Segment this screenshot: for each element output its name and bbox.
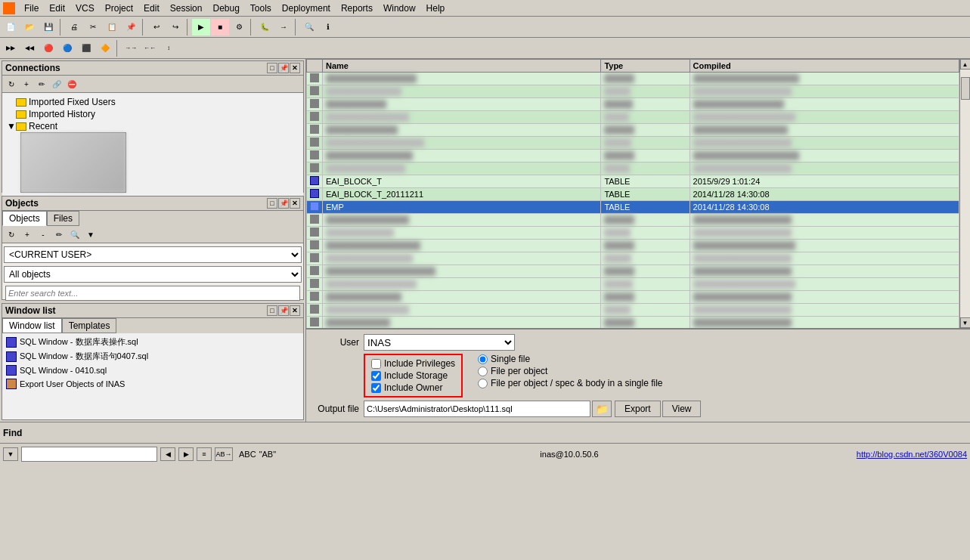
tree-imported-fixed[interactable]: Imported Fixed Users [5, 96, 300, 108]
scroll-down[interactable]: ▼ [960, 317, 971, 328]
menu-tools[interactable]: Tools [246, 2, 276, 15]
stop-btn[interactable]: ■ [211, 19, 229, 36]
table-row[interactable]: blurredname8 TYPE 2014/00/00 00:00:00 [307, 162, 959, 175]
tree-imported-history[interactable]: Imported History [5, 108, 300, 120]
conn-refresh[interactable]: ↻ [4, 77, 19, 91]
save-btn[interactable]: 💾 [39, 19, 57, 36]
table-row[interactable]: EAI_BLOCK_T TABLE 2015/9/29 1:01:24 [307, 175, 959, 188]
table-row[interactable]: blurrname16longer type 2014/00/00 00:00:… [307, 265, 959, 278]
obj-remove[interactable]: - [36, 227, 51, 241]
step-btn[interactable]: → [274, 19, 293, 36]
conn-connect[interactable]: 🔗 [49, 77, 64, 91]
table-row[interactable]: blurrname19 type 2014/00/00 00:00:00 [307, 304, 959, 317]
single-file-radio[interactable] [478, 354, 488, 364]
include-storage-checkbox[interactable] [371, 371, 381, 381]
menu-window[interactable]: Window [379, 2, 420, 15]
tb2-btn3[interactable]: 🔴 [39, 40, 57, 57]
menu-deployment[interactable]: Deployment [277, 2, 335, 15]
scroll-track[interactable] [960, 70, 971, 317]
table-row[interactable]: blurredname4 TYPE 2014/00/00 00:00:00 [307, 111, 959, 124]
copy-btn[interactable]: 📋 [103, 19, 121, 36]
connections-close[interactable]: ✕ [290, 63, 300, 73]
obj-btn[interactable]: 🔍 [300, 19, 318, 36]
conn-disconnect[interactable]: ⛔ [64, 77, 79, 91]
file-per-obj-radio[interactable] [478, 367, 488, 376]
dropdown-btn[interactable]: ▼ [3, 447, 18, 461]
obj-add[interactable]: + [20, 227, 35, 241]
cut-btn[interactable]: ✂ [84, 19, 102, 36]
type-dropdown[interactable]: All objects [4, 266, 302, 283]
menu-vcs[interactable]: VCS [71, 2, 99, 15]
tab-window-list[interactable]: Window list [2, 318, 62, 333]
help-url[interactable]: http://blog.csdn.net/360V0084 [857, 450, 967, 459]
obj-filter[interactable]: ▼ [83, 227, 98, 241]
tb2-btn7[interactable]: →→ [122, 40, 140, 57]
table-row[interactable]: blurrname18 type 2014/00/00 00:00:00 [307, 291, 959, 304]
menu-session[interactable]: Session [166, 2, 207, 15]
run-btn[interactable]: ▶ [192, 19, 210, 36]
browse-button[interactable]: 📁 [592, 401, 612, 417]
table-row[interactable]: blurredname6longer TYPE 2014/00/00 00:00… [307, 137, 959, 150]
table-row[interactable]: blurredname2 TYPE 2014/00/00 00:00:00 [307, 85, 959, 98]
find-next-btn[interactable]: ▶ [178, 447, 194, 461]
table-row[interactable]: blurrname17 type 2014/00/00 00:00:00 [307, 278, 959, 291]
wl-pin[interactable]: 📌 [278, 305, 289, 316]
table-row-highlighted[interactable]: EMP TABLE 2014/11/28 14:30:08 [307, 201, 959, 214]
view-button[interactable]: View [662, 401, 702, 417]
tb2-btn2[interactable]: ◀◀ [20, 40, 39, 57]
include-privileges-checkbox[interactable] [371, 359, 381, 369]
about-btn[interactable]: ℹ [319, 19, 337, 36]
tab-templates[interactable]: Templates [62, 318, 117, 333]
menu-edit2[interactable]: Edit [139, 2, 164, 15]
wl-close[interactable]: ✕ [290, 305, 300, 316]
paste-btn[interactable]: 📌 [122, 19, 140, 36]
table-row[interactable]: blurrname TYPE 2014/00/00 00:00:00 [307, 98, 959, 111]
objects-minimize[interactable]: □ [267, 198, 277, 209]
objects-pin[interactable]: 📌 [278, 198, 289, 209]
print-btn[interactable]: 🖨 [65, 19, 83, 36]
find-replace-btn[interactable]: AB→ [215, 447, 233, 461]
tab-objects[interactable]: Objects [2, 211, 47, 226]
open-btn[interactable]: 📂 [20, 19, 39, 36]
list-item[interactable]: Export User Objects of INAS [4, 377, 302, 391]
tb2-btn4[interactable]: 🔵 [58, 40, 76, 57]
user-select[interactable]: INAS [364, 334, 515, 351]
scroll-up[interactable]: ▲ [960, 59, 971, 70]
table-row[interactable]: blurname type 2014/00/00 00:00:00 [307, 227, 959, 240]
tb2-btn9[interactable]: ↕ [160, 40, 178, 57]
table-row[interactable]: blurrname7 TYPE 2014/00/00 00:00:00 [307, 150, 959, 162]
conn-edit[interactable]: ✏ [34, 77, 49, 91]
list-item[interactable]: SQL Window - 数据库表操作.sql [4, 335, 302, 349]
include-owner-checkbox[interactable] [371, 383, 381, 393]
user-dropdown[interactable]: <CURRENT USER> [4, 246, 302, 263]
obj-edit[interactable]: ✏ [51, 227, 67, 241]
menu-reports[interactable]: Reports [336, 2, 377, 15]
conn-add[interactable]: + [19, 77, 34, 91]
objects-close[interactable]: ✕ [290, 198, 300, 209]
connections-minimize[interactable]: □ [267, 63, 277, 73]
list-item[interactable]: SQL Window - 0410.sql [4, 364, 302, 377]
output-path-input[interactable] [364, 401, 590, 417]
menu-help[interactable]: Help [422, 2, 450, 15]
obj-search[interactable]: 🔍 [67, 227, 82, 241]
find-input[interactable] [21, 447, 157, 462]
obj-refresh[interactable]: ↻ [4, 227, 19, 241]
connections-pin[interactable]: 📌 [278, 63, 289, 73]
table-row[interactable]: blurrname TABLE 2014/00/00 00:00:00 [307, 214, 959, 227]
find-all-btn[interactable]: ≡ [197, 447, 212, 461]
redo-btn[interactable]: ↪ [166, 19, 184, 36]
undo-btn[interactable]: ↩ [147, 19, 166, 36]
tree-recent[interactable]: ▼ Recent [5, 120, 300, 132]
debug-btn[interactable]: 🐛 [256, 19, 274, 36]
search-input[interactable] [5, 286, 300, 301]
table-row[interactable]: blurredname TYPE 2014/00/00 00:00:00 [307, 73, 959, 85]
tab-files[interactable]: Files [47, 211, 79, 226]
menu-edit[interactable]: Edit [45, 2, 70, 15]
menu-debug[interactable]: Debug [208, 2, 243, 15]
table-row[interactable]: blurrname15 type 2014/00/00 00:00:00 [307, 252, 959, 265]
scroll-thumb[interactable] [961, 77, 970, 100]
menu-project[interactable]: Project [101, 2, 138, 15]
menu-file[interactable]: File [20, 2, 43, 15]
wl-minimize[interactable]: □ [267, 305, 277, 316]
list-item[interactable]: SQL Window - 数据库语句0407.sql [4, 349, 302, 364]
